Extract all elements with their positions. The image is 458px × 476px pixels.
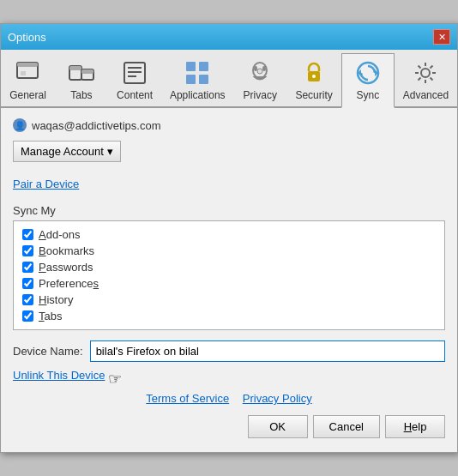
device-name-row: Device Name: [13,340,445,362]
sync-item-bookmarks: Bookmarks [22,243,436,259]
tab-security[interactable]: Security [286,53,341,106]
device-name-label: Device Name: [13,345,83,358]
tab-advanced-label: Advanced [403,89,449,101]
sync-item-tabs: Tabs [22,308,436,324]
sync-item-preferences: Preferences [22,275,436,292]
checkbox-tabs[interactable] [22,310,33,322]
checkbox-addons[interactable] [22,229,33,240]
svg-rect-13 [186,75,196,84]
sync-item-history: History [22,292,436,308]
svg-point-20 [312,75,316,78]
tab-advanced[interactable]: Advanced [395,53,457,106]
user-email: waqas@addictivetips.com [32,119,160,132]
svg-line-30 [431,78,433,81]
manage-account-label: Manage Account [21,145,104,158]
svg-line-32 [419,78,421,81]
svg-rect-6 [81,69,93,74]
close-button[interactable]: ✕ [433,29,450,45]
tab-tabs[interactable]: Tabs [55,53,108,106]
tab-security-label: Security [295,89,332,101]
footer-links: Terms of Service Privacy Policy [13,392,445,405]
svg-rect-4 [69,66,81,70]
svg-rect-2 [21,71,26,75]
user-avatar: 👤 [13,118,27,132]
tab-applications-label: Applications [170,89,226,101]
applications-icon [184,59,211,87]
help-button[interactable]: Help [385,415,445,438]
pair-device-link[interactable]: Pair a Device [13,178,79,190]
ok-button[interactable]: OK [248,415,308,438]
svg-point-18 [257,69,262,74]
privacy-policy-link[interactable]: Privacy Policy [243,392,312,405]
addons-label: Add-ons [39,228,80,241]
tab-tabs-label: Tabs [70,89,92,101]
tabs-icon [68,59,95,87]
tab-sync-label: Sync [357,89,380,101]
checkbox-preferences[interactable] [22,278,33,289]
privacy-icon [246,59,274,87]
general-icon [14,59,41,87]
terms-of-service-link[interactable]: Terms of Service [146,392,229,405]
checkbox-history[interactable] [22,294,33,305]
window-title: Options [8,31,46,44]
svg-rect-14 [199,75,208,84]
sync-my-label: Sync My [13,204,445,217]
bookmarks-label: Bookmarks [39,244,94,257]
advanced-icon [412,59,439,87]
cancel-button[interactable]: Cancel [313,415,380,438]
sync-content: 👤 waqas@addictivetips.com Manage Account… [1,108,457,452]
svg-rect-1 [17,63,38,67]
tab-general[interactable]: General [1,53,55,106]
content-icon [121,59,148,87]
unlink-device-link[interactable]: Unlink This Device [13,369,105,382]
sync-items-box: Add-ons Bookmarks Passwords Preferences … [13,220,445,330]
footer-buttons: OK Cancel Help [13,415,445,442]
passwords-label: Passwords [39,261,93,274]
dropdown-arrow: ▾ [107,145,113,158]
sync-item-passwords: Passwords [22,259,436,275]
svg-point-16 [254,66,257,71]
title-bar-buttons: ✕ [433,29,450,45]
options-window: Options ✕ General [0,23,458,453]
user-row: 👤 waqas@addictivetips.com [13,118,445,132]
history-label: History [39,293,73,306]
tab-content-label: Content [117,89,153,101]
svg-line-29 [419,66,421,69]
checkbox-bookmarks[interactable] [22,245,33,256]
svg-rect-11 [186,62,196,71]
tabs-label: Tabs [39,310,62,322]
sync-item-addons: Add-ons [22,226,436,243]
tab-general-label: General [9,89,46,101]
tab-bar: General Tabs [1,50,457,108]
cursor-icon: ☞ [108,371,122,387]
checkbox-passwords[interactable] [22,262,33,273]
tab-content[interactable]: Content [108,53,161,106]
svg-rect-12 [199,62,208,71]
title-bar: Options ✕ [1,24,457,50]
svg-point-17 [262,66,266,71]
sync-icon [354,59,382,87]
security-icon [300,59,328,87]
preferences-label: Preferences [39,277,99,290]
manage-account-button[interactable]: Manage Account ▾ [13,141,121,162]
tab-sync[interactable]: Sync [341,53,395,108]
device-name-input[interactable] [90,340,445,362]
tab-privacy[interactable]: Privacy [233,53,286,106]
svg-point-24 [421,69,430,77]
svg-line-31 [431,66,433,69]
tab-privacy-label: Privacy [244,89,277,101]
tab-applications[interactable]: Applications [161,53,233,106]
